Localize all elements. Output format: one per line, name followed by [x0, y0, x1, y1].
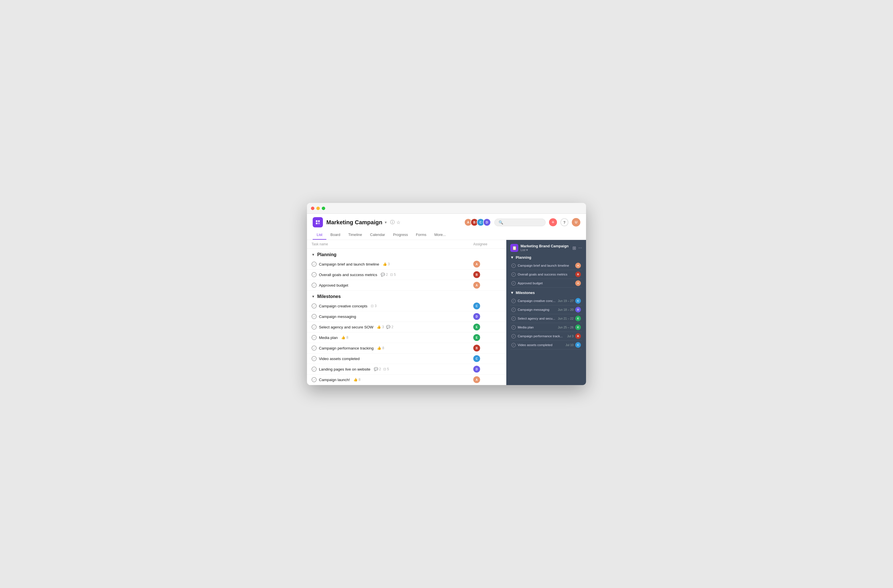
sp-task-avatar: E	[575, 316, 581, 321]
sp-task-check[interactable]: ✓	[511, 308, 516, 312]
task-avatar: B	[473, 345, 480, 351]
sp-task-left: ✓ Approved budget	[511, 281, 575, 285]
assignee-cell: A	[473, 261, 507, 267]
more-icon[interactable]: ···	[578, 245, 582, 251]
close-button[interactable]	[311, 207, 314, 210]
sp-task-check[interactable]: ✓	[511, 334, 516, 338]
sp-task-name: Campaign creative conc...	[518, 299, 556, 303]
task-name-cell: ✓ Landing pages live on website 💬 2 ⊡ 5	[311, 367, 473, 372]
task-check[interactable]: ✓	[311, 367, 317, 372]
sp-task-avatar: B	[575, 333, 581, 339]
header: Marketing Campaign ▾ ⓘ ☆ A B C D 🔍	[307, 214, 586, 240]
task-check[interactable]: ✓	[311, 303, 317, 309]
sp-section-title-planning: Planning	[516, 255, 531, 260]
tab-list[interactable]: List	[313, 230, 326, 240]
tab-progress[interactable]: Progress	[389, 230, 412, 240]
task-name: Video assets completed	[319, 357, 360, 361]
task-check[interactable]: ✓	[311, 356, 317, 361]
task-name: Select agency and secure SOW	[319, 325, 373, 329]
header-icons: ⓘ ☆	[390, 219, 400, 225]
tab-forms[interactable]: Forms	[412, 230, 430, 240]
project-title-area: Marketing Campaign ▾	[326, 219, 387, 226]
traffic-lights	[311, 207, 325, 210]
task-avatar: E	[473, 324, 480, 330]
tab-more[interactable]: More...	[430, 230, 450, 240]
app-icon	[313, 217, 323, 227]
assignee-cell: D	[473, 313, 507, 320]
search-bar[interactable]: 🔍	[495, 219, 546, 226]
task-meta: 💬 2 ⊡ 5	[374, 367, 389, 371]
sp-task-row: ✓ Select agency and secu... Jun 21 – 22 …	[510, 314, 582, 323]
task-check[interactable]: ✓	[311, 335, 317, 340]
assignee-cell: B	[473, 345, 507, 351]
sp-task-name: Select agency and secu...	[518, 317, 556, 320]
sp-task-check[interactable]: ✓	[511, 299, 516, 303]
sp-task-name: Video assets completed	[518, 343, 564, 346]
task-avatar: D	[473, 366, 480, 372]
tab-board[interactable]: Board	[326, 230, 344, 240]
side-panel: 📋 Marketing Brand Campaign List ▾ ⊞ ··· …	[506, 240, 586, 385]
sp-task-avatar: C	[575, 298, 581, 304]
likes-count: 👍 8	[341, 336, 348, 339]
task-check[interactable]: ✓	[311, 272, 317, 277]
task-check[interactable]: ✓	[311, 324, 317, 330]
task-check[interactable]: ✓	[311, 345, 317, 351]
minimize-button[interactable]	[316, 207, 320, 210]
svg-rect-1	[318, 220, 320, 222]
task-name-cell: ✓ Campaign launch! 👍 8	[311, 377, 473, 382]
sp-task-check[interactable]: ✓	[511, 281, 516, 285]
star-icon[interactable]: ☆	[396, 220, 400, 225]
project-title: Marketing Campaign	[326, 219, 382, 226]
maximize-button[interactable]	[322, 207, 325, 210]
add-button[interactable]: +	[549, 218, 557, 226]
sp-section-milestones[interactable]: ▼ Milestones	[510, 291, 582, 295]
sp-task-name: Campaign messaging	[518, 308, 556, 311]
sp-section-planning[interactable]: ▼ Planning	[510, 255, 582, 260]
filter-icon[interactable]: ⊞	[572, 245, 576, 251]
section-title-milestones: Milestones	[317, 294, 341, 299]
sp-task-check[interactable]: ✓	[511, 272, 516, 277]
sp-arrow-planning: ▼	[510, 255, 514, 260]
sp-task-date: Jun 18 – 20	[558, 308, 573, 311]
sp-task-check[interactable]: ✓	[511, 343, 516, 347]
main-content: Task name Assignee Due date Status ▼ Pla…	[307, 240, 586, 385]
section-title-planning: Planning	[317, 252, 337, 257]
sp-task-name: Media plan	[518, 326, 556, 329]
task-check[interactable]: ✓	[311, 283, 317, 288]
comments-count: 💬 2	[386, 325, 393, 329]
subtasks-count: ⊡ 5	[383, 367, 389, 371]
tab-calendar[interactable]: Calendar	[366, 230, 389, 240]
task-check[interactable]: ✓	[311, 261, 317, 267]
assignee-cell: A	[473, 376, 507, 383]
chevron-down-icon[interactable]: ▾	[385, 220, 387, 225]
sp-task-avatar: B	[575, 272, 581, 277]
avatar-4: D	[483, 218, 491, 226]
task-check[interactable]: ✓	[311, 377, 317, 382]
sp-task-left: ✓ Media plan Jun 25 – 26	[511, 325, 575, 330]
sp-task-left: ✓ Campaign messaging Jun 18 – 20	[511, 308, 575, 312]
help-button[interactable]: ?	[561, 218, 568, 226]
tab-timeline[interactable]: Timeline	[344, 230, 366, 240]
sp-task-name: Campaign performance track...	[518, 334, 565, 338]
sp-task-name: Approved budget	[518, 282, 575, 285]
user-avatar[interactable]: U	[572, 218, 580, 226]
assignee-cell: E	[473, 334, 507, 341]
task-avatar: C	[473, 355, 480, 362]
sp-task-avatar: D	[575, 307, 581, 312]
nav-tabs: List Board Timeline Calendar Progress Fo…	[313, 230, 580, 240]
svg-rect-0	[316, 220, 317, 222]
task-meta: 👍 8	[353, 378, 361, 382]
task-check[interactable]: ✓	[311, 314, 317, 319]
main-window: Marketing Campaign ▾ ⓘ ☆ A B C D 🔍	[307, 203, 586, 385]
sp-task-check[interactable]: ✓	[511, 316, 516, 321]
sp-task-check[interactable]: ✓	[511, 325, 516, 330]
sp-task-check[interactable]: ✓	[511, 264, 516, 268]
sp-task-row: ✓ Media plan Jun 25 – 26 E	[510, 323, 582, 332]
side-panel-header: 📋 Marketing Brand Campaign List ▾ ⊞ ···	[510, 244, 582, 252]
info-icon[interactable]: ⓘ	[390, 219, 395, 225]
search-icon: 🔍	[499, 220, 503, 225]
sp-task-row: ✓ Campaign brief and launch timeline A	[510, 261, 582, 270]
task-name-cell: ✓ Campaign brief and launch timeline 👍 3	[311, 261, 473, 267]
task-meta: 👍 3	[383, 262, 390, 266]
task-avatar: A	[473, 282, 480, 289]
